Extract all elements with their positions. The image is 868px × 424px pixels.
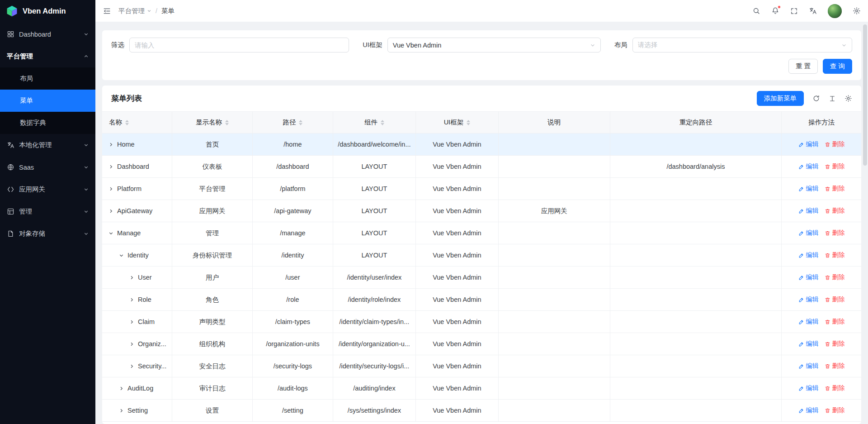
edit-button[interactable]: 编辑 [798, 140, 819, 148]
delete-button[interactable]: 删除 [825, 406, 845, 414]
table-row[interactable]: Organiz...组织机构/organization-units/identi… [102, 333, 861, 355]
row-expander-icon[interactable] [108, 142, 113, 147]
sort-icon[interactable] [381, 120, 384, 125]
table-row[interactable]: AuditLog审计日志/audit-logs/auditing/indexVu… [102, 377, 861, 400]
table-settings-icon[interactable] [844, 95, 852, 102]
column-header[interactable]: UI框架 [415, 112, 498, 133]
query-button[interactable]: 查 询 [823, 59, 852, 74]
delete-button[interactable]: 删除 [825, 229, 845, 237]
search-icon[interactable] [752, 7, 760, 15]
row-expander-icon[interactable] [108, 231, 113, 236]
delete-button[interactable]: 删除 [825, 140, 845, 148]
delete-button[interactable]: 删除 [825, 318, 845, 326]
table-row[interactable]: Security...安全日志/security-logs/identity/s… [102, 355, 861, 377]
column-header[interactable]: 路径 [252, 112, 333, 133]
scrollbar-thumb[interactable] [863, 24, 867, 166]
sidebar-item[interactable]: Saas [0, 156, 95, 178]
sidebar-item[interactable]: 管理 [0, 200, 95, 223]
sidebar-item-label: 管理 [19, 207, 79, 216]
edit-button[interactable]: 编辑 [798, 229, 819, 237]
column-header[interactable]: 组件 [333, 112, 415, 133]
sort-icon[interactable] [125, 120, 129, 125]
bell-icon[interactable] [771, 7, 779, 15]
breadcrumb-item-platform[interactable]: 平台管理 [118, 7, 151, 15]
table-row[interactable]: Platform平台管理/platformLAYOUTVue Vben Admi… [102, 178, 861, 200]
edit-button[interactable]: 编辑 [798, 162, 819, 171]
sort-icon[interactable] [225, 120, 229, 125]
delete-button[interactable]: 删除 [825, 162, 845, 171]
edit-button[interactable]: 编辑 [798, 273, 819, 281]
row-expander-icon[interactable] [119, 408, 124, 413]
row-expander-icon[interactable] [129, 319, 134, 324]
table-row[interactable]: Home首页/home/dashboard/welcome/in...Vue V… [102, 133, 861, 156]
scrollbar[interactable] [863, 0, 867, 424]
table-row[interactable]: Identity身份标识管理/identityLAYOUTVue Vben Ad… [102, 244, 861, 267]
edit-button[interactable]: 编辑 [798, 362, 819, 370]
add-menu-button[interactable]: 添加新菜单 [757, 91, 804, 106]
column-header[interactable]: 名称 [102, 112, 172, 133]
translate-icon[interactable] [809, 7, 817, 15]
filter-field-ui-framework: UI框架 Vue Vben Admin [363, 38, 600, 52]
row-expander-icon[interactable] [108, 164, 113, 169]
sidebar-item[interactable]: 应用网关 [0, 178, 95, 200]
logo[interactable]: Vben Admin [0, 0, 95, 22]
table-row[interactable]: ApiGateway应用网关/api-gatewayLAYOUTVue Vben… [102, 200, 861, 222]
layout-select[interactable]: 请选择 [632, 38, 852, 52]
table-row[interactable]: Role角色/role/identity/role/indexVue Vben … [102, 289, 861, 311]
table-row[interactable]: Setting设置/setting/sys/settings/indexVue … [102, 400, 861, 422]
sidebar-item[interactable]: 平台管理 [0, 45, 95, 67]
edit-button[interactable]: 编辑 [798, 318, 819, 326]
delete-button[interactable]: 删除 [825, 295, 845, 304]
refresh-icon[interactable] [812, 95, 820, 102]
delete-button[interactable]: 删除 [825, 185, 845, 193]
sort-icon[interactable] [299, 120, 302, 125]
edit-button[interactable]: 编辑 [798, 406, 819, 414]
row-expander-icon[interactable] [108, 186, 113, 191]
layout-placeholder: 请选择 [638, 41, 841, 49]
delete-button[interactable]: 删除 [825, 207, 845, 215]
edit-button[interactable]: 编辑 [798, 185, 819, 193]
delete-button[interactable]: 删除 [825, 273, 845, 281]
reset-button[interactable]: 重 置 [788, 59, 818, 74]
settings-gear-icon[interactable] [853, 7, 861, 15]
display-name: 身份标识管理 [172, 244, 252, 267]
sidebar-item[interactable]: Dashboard [0, 23, 95, 45]
avatar[interactable] [828, 4, 842, 18]
row-expander-icon[interactable] [129, 342, 134, 347]
row-expander-icon[interactable] [129, 364, 134, 369]
sidebar-subitem[interactable]: 菜单 [0, 90, 95, 112]
row-expander-icon[interactable] [108, 209, 113, 214]
sidebar-toggle-icon[interactable] [103, 7, 111, 15]
column-header[interactable]: 显示名称 [172, 112, 252, 133]
edit-button[interactable]: 编辑 [798, 207, 819, 215]
edit-button[interactable]: 编辑 [798, 295, 819, 304]
row-expander-icon[interactable] [119, 253, 124, 258]
edit-icon [798, 341, 804, 347]
row-height-icon[interactable] [829, 95, 836, 102]
delete-button[interactable]: 删除 [825, 251, 845, 259]
sort-icon[interactable] [467, 120, 470, 125]
sidebar-subitem[interactable]: 数据字典 [0, 112, 95, 134]
edit-button[interactable]: 编辑 [798, 251, 819, 259]
keyword-input[interactable] [135, 42, 344, 49]
edit-button[interactable]: 编辑 [798, 340, 819, 348]
table-row[interactable]: Claim声明类型/claim-types/identity/claim-typ… [102, 311, 861, 333]
delete-button[interactable]: 删除 [825, 384, 845, 392]
filter-label: 筛选 [111, 41, 124, 49]
table-row[interactable]: Manage管理/manageLAYOUTVue Vben Admin编辑删除 [102, 222, 861, 244]
sidebar-subitem[interactable]: 布局 [0, 67, 95, 90]
edit-button[interactable]: 编辑 [798, 384, 819, 392]
keyword-input-wrap[interactable] [129, 38, 349, 52]
ui-framework-select[interactable]: Vue Vben Admin [387, 38, 601, 52]
table-row[interactable]: Dashboard仪表板/dashboardLAYOUTVue Vben Adm… [102, 156, 861, 178]
row-expander-icon[interactable] [129, 275, 134, 280]
sidebar-item[interactable]: 对象存储 [0, 223, 95, 245]
delete-button[interactable]: 删除 [825, 340, 845, 348]
row-expander-icon[interactable] [129, 297, 134, 302]
description [498, 377, 610, 400]
table-row[interactable]: User用户/user/identity/user/indexVue Vben … [102, 267, 861, 289]
fullscreen-icon[interactable] [790, 7, 798, 15]
delete-button[interactable]: 删除 [825, 362, 845, 370]
row-expander-icon[interactable] [119, 386, 124, 391]
sidebar-item[interactable]: 本地化管理 [0, 134, 95, 156]
